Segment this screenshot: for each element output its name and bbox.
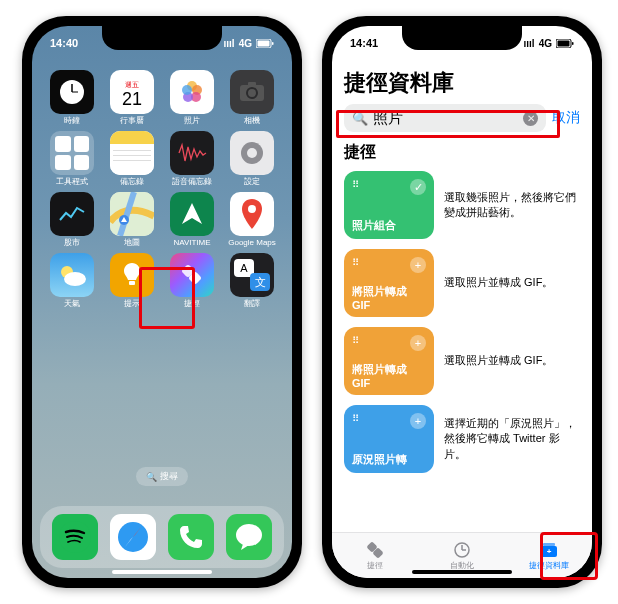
battery-icon	[256, 39, 274, 48]
shortcut-tile: ⠿+將照片轉成 GIF	[344, 249, 434, 317]
app-trans[interactable]: A文翻譯	[226, 253, 278, 308]
plus-icon[interactable]: +	[410, 335, 426, 351]
status-indicators: ıııl 4G	[224, 38, 274, 49]
shortcut-card[interactable]: ⠿+將照片轉成 GIF選取照片並轉成 GIF。	[344, 249, 580, 317]
network-label: 4G	[239, 38, 252, 49]
shortcut-card[interactable]: ⠿✓照片組合選取幾張照片，然後將它們變成拼貼藝術。	[344, 171, 580, 239]
search-label: 搜尋	[160, 470, 178, 483]
highlight-shortcuts-app	[139, 267, 195, 329]
status-time: 14:41	[350, 37, 378, 49]
shortcut-tile: ⠿+將照片轉成 GIF	[344, 327, 434, 395]
shortcut-tile: ⠿✓照片組合	[344, 171, 434, 239]
svg-rect-24	[129, 281, 135, 285]
app-label: 天氣	[64, 300, 80, 308]
highlight-gallery-tab	[540, 532, 598, 580]
grid-icon: ⠿	[352, 257, 360, 268]
search-pill[interactable]: 🔍 搜尋	[136, 467, 188, 486]
grid-icon: ⠿	[352, 179, 360, 190]
tab-icon	[452, 541, 472, 559]
svg-marker-34	[241, 544, 249, 550]
tile-label: 照片組合	[352, 218, 426, 233]
stocks-icon	[50, 192, 94, 236]
app-label: 股市	[64, 239, 80, 247]
app-label: 時鐘	[64, 117, 80, 125]
app-label: 提示	[124, 300, 140, 308]
shortcut-card[interactable]: ⠿+原況照片轉選擇近期的「原況照片」，然後將它轉成 Twitter 影片。	[344, 405, 580, 473]
app-util[interactable]: 工具程式	[46, 131, 98, 186]
svg-marker-20	[182, 203, 202, 224]
plus-icon[interactable]: +	[410, 257, 426, 273]
signal-icon: ıııl	[524, 38, 535, 49]
page-title: 捷徑資料庫	[344, 68, 580, 98]
gmaps-icon	[230, 192, 274, 236]
network-label: 4G	[539, 38, 552, 49]
app-label: 相機	[244, 117, 260, 125]
dock-msg[interactable]	[226, 514, 272, 560]
svg-point-16	[247, 148, 257, 158]
signal-icon: ıııl	[224, 38, 235, 49]
svg-point-27	[59, 521, 91, 553]
battery-icon	[556, 39, 574, 48]
check-icon[interactable]: ✓	[410, 179, 426, 195]
calendar-day: 21	[122, 90, 142, 108]
grid-icon: ⠿	[352, 413, 360, 424]
app-navi[interactable]: NAVITIME	[166, 192, 218, 247]
voice-icon	[170, 131, 214, 175]
wea-icon	[50, 253, 94, 297]
section-header: 捷徑	[344, 142, 580, 163]
tab-0[interactable]: 捷徑	[332, 533, 419, 578]
app-label: 備忘錄	[120, 178, 144, 186]
app-maps[interactable]: 地圖	[106, 192, 158, 247]
shortcut-card[interactable]: ⠿+將照片轉成 GIF選取照片並轉成 GIF。	[344, 327, 580, 395]
svg-point-21	[248, 205, 256, 213]
app-cam[interactable]: 相機	[226, 70, 278, 125]
dock-safari[interactable]	[110, 514, 156, 560]
app-sett[interactable]: 設定	[226, 131, 278, 186]
svg-point-13	[248, 89, 256, 97]
tile-label: 將照片轉成 GIF	[352, 284, 426, 311]
tile-label: 將照片轉成 GIF	[352, 362, 426, 389]
calendar-weekday: 週五	[125, 80, 139, 90]
app-voice[interactable]: 語音備忘錄	[166, 131, 218, 186]
shortcut-desc: 選擇近期的「原況照片」，然後將它轉成 Twitter 影片。	[444, 416, 580, 462]
app-clock[interactable]: 時鐘	[46, 70, 98, 125]
dock	[40, 506, 284, 568]
grid-icon: ⠿	[352, 335, 360, 346]
app-label: 行事曆	[120, 117, 144, 125]
app-photos[interactable]: 照片	[166, 70, 218, 125]
shortcut-desc: 選取照片並轉成 GIF。	[444, 353, 580, 368]
dock-phone[interactable]	[168, 514, 214, 560]
app-wea[interactable]: 天氣	[46, 253, 98, 308]
clock-icon	[50, 70, 94, 114]
svg-rect-2	[272, 42, 274, 45]
app-label: 工具程式	[56, 178, 88, 186]
notch	[402, 26, 522, 50]
svg-point-33	[236, 524, 262, 546]
highlight-search	[336, 110, 560, 138]
app-cal[interactable]: 週五21行事曆	[106, 70, 158, 125]
app-label: 照片	[184, 117, 200, 125]
tab-label: 捷徑	[367, 560, 383, 571]
plus-icon[interactable]: +	[410, 413, 426, 429]
svg-point-10	[182, 85, 192, 95]
dock-spotify[interactable]	[52, 514, 98, 560]
app-stocks[interactable]: 股市	[46, 192, 98, 247]
home-indicator[interactable]	[412, 570, 512, 574]
tile-label: 原況照片轉	[352, 452, 426, 467]
svg-rect-1	[258, 40, 270, 46]
svg-point-23	[64, 272, 86, 286]
app-notes[interactable]: 備忘錄	[106, 131, 158, 186]
app-label: 地圖	[124, 239, 140, 247]
photos-icon	[170, 70, 214, 114]
shortcut-desc: 選取照片並轉成 GIF。	[444, 275, 580, 290]
util-icon	[50, 131, 94, 175]
app-label: 語音備忘錄	[172, 178, 212, 186]
gallery-screen: 14:41 ıııl 4G 捷徑資料庫 🔍 照片 ✕ 取消 捷徑 ⠿✓照片組合選…	[332, 26, 592, 578]
svg-rect-36	[558, 40, 570, 46]
cal-icon: 週五21	[110, 70, 154, 114]
tab-label: 自動化	[450, 560, 474, 571]
svg-rect-37	[572, 42, 574, 45]
home-indicator[interactable]	[112, 570, 212, 574]
notes-icon	[110, 131, 154, 175]
app-gmaps[interactable]: Google Maps	[226, 192, 278, 247]
